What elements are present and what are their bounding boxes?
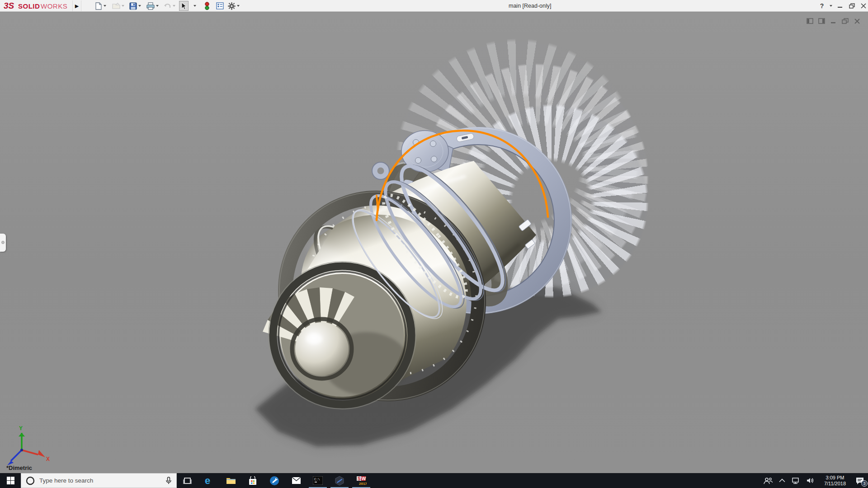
doc-minimize-icon[interactable] [830, 18, 837, 24]
show-right-pane-icon[interactable] [818, 18, 826, 24]
taskbar-app-file-explorer[interactable] [220, 473, 242, 488]
window-title: main [Read-only] [509, 3, 552, 9]
view-orientation-label: *Dimetric [6, 465, 32, 471]
undo-dropdown-caret[interactable] [173, 5, 175, 7]
options-dropdown-caret[interactable] [237, 5, 240, 7]
file-explorer-icon [226, 477, 236, 485]
solidworks-2017-icon: S W 2017 [356, 475, 367, 486]
svg-text:2017: 2017 [359, 482, 367, 486]
action-center-button[interactable]: 3 [855, 477, 864, 485]
restore-button[interactable] [846, 0, 857, 12]
cortana-icon [26, 476, 35, 485]
svg-text:W: W [362, 476, 366, 481]
undo-icon [164, 2, 171, 9]
new-document-icon [95, 2, 102, 10]
taskbar-app-task-view[interactable] [177, 473, 198, 488]
clock-date: 7/11/2018 [821, 481, 849, 487]
titlebar: 3S SOLID WORKS ▶ [0, 0, 868, 12]
print-icon [146, 2, 155, 10]
svg-text:C:\: C:\ [314, 478, 320, 481]
task-view-icon [183, 477, 192, 485]
taskbar: Type here to search e C:\ S W 2017 [0, 473, 868, 488]
open-dropdown-caret[interactable] [122, 5, 124, 7]
search-placeholder: Type here to search [39, 477, 161, 484]
svg-text:WORKS: WORKS [41, 2, 67, 10]
taskbar-app-command-prompt[interactable]: C:\ [307, 473, 329, 488]
command-prompt-icon: C:\ [313, 476, 323, 485]
triad-x-label: X [46, 456, 50, 462]
rebuild-button[interactable] [203, 1, 211, 11]
new-dropdown-caret[interactable] [104, 5, 106, 7]
options-button[interactable] [227, 1, 241, 11]
taskbar-app-hexagon[interactable] [329, 473, 350, 488]
file-properties-button[interactable] [215, 1, 225, 11]
document-window-controls [807, 18, 861, 24]
taskbar-app-store[interactable] [242, 473, 264, 488]
save-dropdown-caret[interactable] [138, 5, 141, 7]
notification-badge: 3 [861, 480, 868, 487]
jet-engine-model[interactable] [0, 0, 868, 488]
taskbar-clock[interactable]: 3:09 PM 7/11/2018 [821, 475, 849, 487]
taskbar-app-solidworks[interactable]: S W 2017 [350, 473, 372, 488]
panel-tab-handle-icon [1, 241, 5, 244]
taskbar-app-mail[interactable] [285, 473, 307, 488]
network-icon[interactable] [792, 477, 800, 484]
open-folder-icon [112, 2, 120, 9]
taskbar-app-edge[interactable]: e [198, 473, 220, 488]
dassault-mark: 3S [4, 1, 14, 10]
minimize-button[interactable] [835, 0, 845, 12]
show-left-pane-icon[interactable] [807, 18, 814, 24]
svg-text:SOLID: SOLID [18, 2, 40, 10]
doc-close-icon[interactable] [854, 18, 861, 24]
select-cursor-icon [180, 2, 187, 10]
mail-icon [292, 477, 301, 484]
save-icon [129, 2, 137, 10]
new-document-button[interactable] [94, 1, 107, 11]
select-dropdown-caret[interactable] [193, 5, 196, 7]
people-icon[interactable] [764, 477, 773, 484]
print-dropdown-caret[interactable] [156, 5, 159, 7]
open-button[interactable] [111, 1, 125, 11]
svg-text:S: S [358, 476, 361, 481]
undo-button[interactable] [163, 1, 176, 11]
edge-icon: e [204, 476, 214, 486]
taskbar-search-box[interactable]: Type here to search [21, 473, 177, 488]
panel-collapse-tab[interactable] [0, 234, 6, 252]
options-gear-icon [228, 2, 236, 10]
system-tray: 3:09 PM 7/11/2018 3 [764, 473, 868, 488]
svg-text:e: e [205, 476, 210, 486]
taskbar-app-tools[interactable] [264, 473, 285, 488]
store-icon [248, 476, 257, 485]
volume-icon[interactable] [807, 477, 815, 484]
menu-expand-button[interactable]: ▶ [72, 0, 81, 11]
doc-restore-icon[interactable] [842, 18, 849, 24]
solidworks-logo: 3S SOLID WORKS [4, 1, 80, 10]
windows-logo-icon [7, 477, 14, 484]
wrench-circle-icon [269, 476, 279, 486]
microphone-icon[interactable] [165, 477, 172, 485]
select-tool-button[interactable] [179, 1, 189, 11]
chevron-up-icon[interactable] [779, 479, 785, 483]
file-properties-icon [216, 2, 224, 9]
triad-y-label: Y [19, 425, 23, 432]
select-dropdown[interactable] [193, 1, 197, 11]
traffic-light-icon [204, 2, 210, 10]
start-button[interactable] [0, 473, 21, 488]
clock-time: 3:09 PM [821, 475, 849, 481]
print-button[interactable] [146, 1, 160, 11]
save-button[interactable] [128, 1, 142, 11]
hexagon-app-icon [335, 476, 344, 486]
casing-lug[interactable] [372, 162, 389, 179]
close-button[interactable] [858, 0, 868, 12]
